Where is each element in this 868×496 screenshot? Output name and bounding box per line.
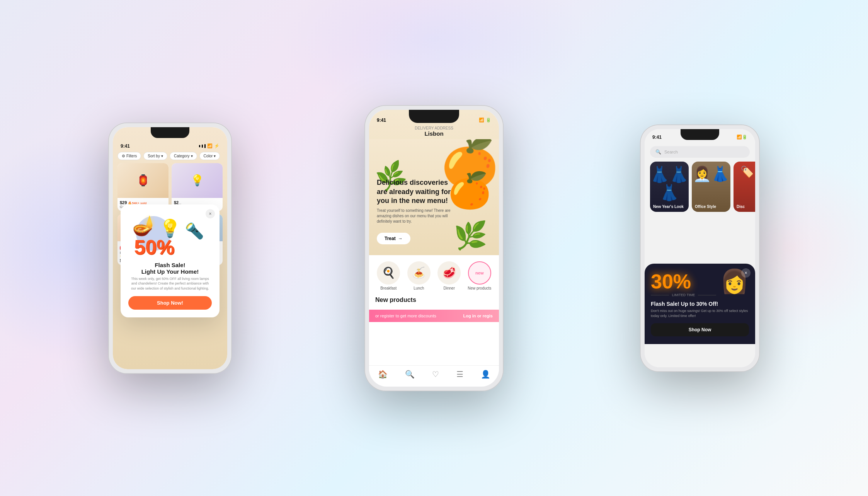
filter-bar: ⚙Filters Sort by▾ Category▾ Color▾ xyxy=(113,152,227,163)
popup-description: This week only, get 50% OFF all living r… xyxy=(128,276,212,291)
fruit-orange-mid: 🍊 xyxy=(448,170,491,211)
product-card[interactable]: 🏮 $29 🔥54K+ sold Gold pendant lamp xyxy=(117,163,168,211)
food-categories: 🍳 Breakfast 🍝 Lunch 🥩 Dinner new New pro… xyxy=(369,255,499,293)
bottom-navigation: 🏠 🔍 ♡ ☰ 👤 xyxy=(369,365,499,387)
center-phone: 9:41 📶🔋 DELIVERY ADDRESS Lisbon 🍊 🍊 🌿 🌿 xyxy=(364,105,504,391)
fashion-shop-now-button[interactable]: Shop Now xyxy=(651,323,749,336)
fashion-categories: 👗👗👗 New Year's Look 👩‍💼👗 Office Style 🏷️… xyxy=(645,162,755,216)
popup-shop-now-button[interactable]: Shop Now! xyxy=(128,296,212,310)
search-icon: 🔍 xyxy=(655,149,661,155)
nav-menu-icon[interactable]: ☰ xyxy=(456,370,463,379)
delivery-address[interactable]: DELIVERY ADDRESS Lisbon xyxy=(369,123,499,139)
nav-search-icon[interactable]: 🔍 xyxy=(405,370,415,379)
category-new-years-look[interactable]: 👗👗👗 New Year's Look xyxy=(650,162,689,212)
nav-favorites-icon[interactable]: ♡ xyxy=(432,370,439,379)
popup-lamp-illustration: 🪔 💡 🔦 50% xyxy=(128,212,212,259)
right-phone: 9:41 📶🔋 🔍 Search 👗👗👗 New Year's Look 👩‍💼… xyxy=(640,124,760,372)
category-dinner[interactable]: 🥩 Dinner xyxy=(436,261,463,290)
hero-banner: 🍊 🍊 🌿 🌿 Delicious discoveries are alread… xyxy=(369,139,499,255)
category-chip[interactable]: Category▾ xyxy=(170,152,197,160)
category-discount[interactable]: 🏷️ Disc xyxy=(734,162,755,212)
promo-banner[interactable]: or register to get more discounts Log in… xyxy=(369,310,499,322)
fashion-popup-description: Don't miss out on huge savings! Get up t… xyxy=(651,309,749,318)
category-breakfast[interactable]: 🍳 Breakfast xyxy=(375,261,402,290)
fashion-popup-close-button[interactable]: × xyxy=(741,268,751,278)
category-office-style[interactable]: 👩‍💼👗 Office Style xyxy=(692,162,730,212)
fashion-popup-title: Flash Sale! Up to 30% Off! xyxy=(651,301,749,307)
center-time: 9:41 xyxy=(377,118,386,123)
hero-text-block: Delicious discoveries are already waitin… xyxy=(377,178,453,224)
limited-time-badge: LIMITED TIME xyxy=(651,293,716,297)
left-phone: 9:41 📶 ⚡ ⚙Filters Sort by▾ Cate xyxy=(108,123,232,374)
sort-by-chip[interactable]: Sort by▾ xyxy=(143,152,167,160)
filters-chip[interactable]: ⚙Filters xyxy=(117,152,141,160)
color-chip[interactable]: Color▾ xyxy=(199,152,220,160)
nav-profile-icon[interactable]: 👤 xyxy=(481,370,490,379)
flash-sale-popup: × 🪔 💡 🔦 50% Flash Sale! Light Up Your Ho… xyxy=(121,205,220,318)
fashion-sale-popup: × 30% LIMITED TIME 👩 Flash Sale! Up to 3… xyxy=(645,264,755,344)
left-status-bar: 9:41 📶 ⚡ xyxy=(113,138,227,152)
left-time: 9:41 xyxy=(121,143,130,149)
popup-title: Flash Sale! Light Up Your Home! xyxy=(128,262,212,275)
fruit-leaf-bottom: 🌿 xyxy=(454,220,487,251)
nav-home-icon[interactable]: 🏠 xyxy=(378,370,388,379)
category-lunch[interactable]: 🍝 Lunch xyxy=(406,261,432,290)
fashion-sale-percent: 30% xyxy=(651,271,716,291)
search-placeholder: Search xyxy=(664,150,678,154)
treat-button[interactable]: Treat → xyxy=(377,233,410,244)
new-products-title: New products xyxy=(369,293,499,303)
product-card[interactable]: 💡 $2... xyxy=(172,163,223,211)
right-time: 9:41 xyxy=(652,135,662,140)
category-new-products[interactable]: new New products xyxy=(466,261,493,290)
search-bar[interactable]: 🔍 Search xyxy=(650,146,750,158)
